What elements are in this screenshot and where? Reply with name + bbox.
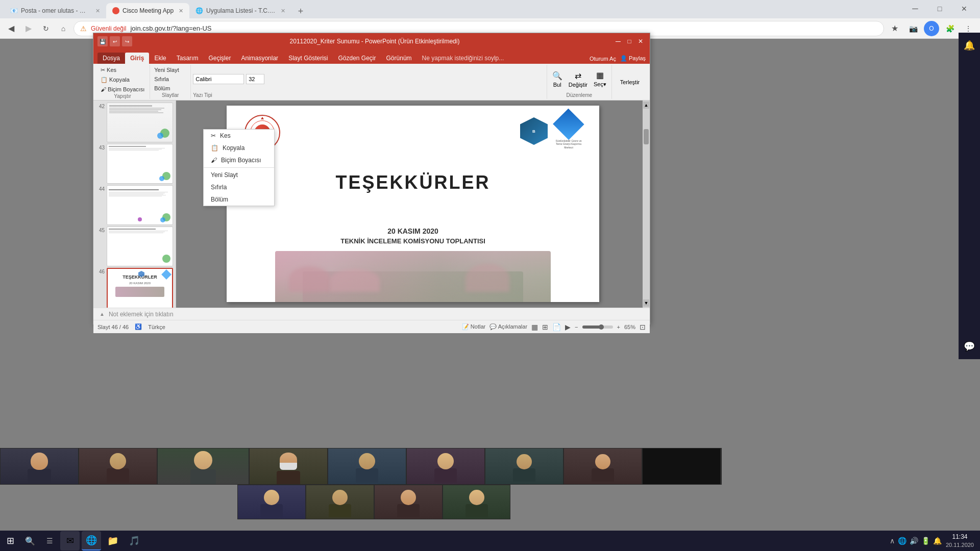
tab-giris[interactable]: Giriş [125,53,149,64]
font-name-input[interactable]: Calibri [193,74,244,84]
maximize-button[interactable]: □ [928,1,951,16]
ppt-close-btn[interactable]: ✕ [635,36,646,46]
paylas-btn[interactable]: 👤 Paylaş [620,55,646,62]
slide-img-45[interactable] [107,227,173,266]
context-kes[interactable]: ✂ Kes [204,130,274,142]
slide-thumb-46[interactable]: 46 TEŞEKKÜRLER 20 KASIM 2020 [95,268,174,308]
view-grid[interactable]: ⊞ [542,323,548,331]
context-bolum[interactable]: Bölüm [204,193,274,206]
context-sifirla[interactable]: Sıfırla [204,181,274,193]
degistir-btn[interactable]: ⇄Değiştir [567,70,590,89]
notes-btn[interactable]: 📝 Notlar [462,323,485,330]
ppt-save-btn[interactable]: 💾 [97,36,108,46]
terlestir-btn[interactable]: Terleştir [620,79,640,85]
context-bicim[interactable]: 🖌 Biçim Boyacısı [204,154,274,166]
tab-ekle[interactable]: Ekle [149,53,171,64]
taskbar-outlook-icon[interactable]: ✉ [60,531,80,550]
slide-img-43[interactable] [107,144,173,184]
tab-gozden-gecir[interactable]: Gözden Geçir [333,53,381,64]
accessibility-icon[interactable]: ♿ [135,323,142,330]
scroll-thumb[interactable] [644,129,649,144]
notes-scroll-btn[interactable]: ▲ [100,311,105,317]
view-reading[interactable]: 📄 [552,323,561,331]
ppt-redo-btn[interactable]: ↪ [122,36,132,46]
tab-outlook[interactable]: 📧 Posta - omer ulutas - Outlook ✕ [4,3,106,18]
kopyala-btn[interactable]: 📋 Kopyala [99,76,146,84]
zoom-in-btn[interactable]: + [617,324,620,330]
ppt-minimize-btn[interactable]: ─ [613,36,623,46]
kes-btn[interactable]: ✂ Kes [99,66,146,74]
reload-button[interactable]: ↻ [39,21,53,36]
systray-sound[interactable]: 🔊 [910,537,918,545]
notification-center[interactable]: 🔔 [933,537,942,545]
back-button[interactable]: ◀ [4,21,18,36]
font-size-input[interactable]: 32 [246,74,264,84]
slide-scrollbar[interactable]: ▲ ▼ [643,101,650,308]
slide-thumb-42[interactable]: 42 [95,103,174,142]
bolum-btn[interactable]: Bölüm [153,84,187,92]
taskbar-media-icon[interactable]: 🎵 [125,531,144,550]
scroll-up-btn[interactable]: ▲ [643,102,649,109]
taskbar-clock[interactable]: 11:34 20.11.2020 [946,533,974,548]
tab-animasyonlar[interactable]: Animasyonlar [236,53,283,64]
comments-btn[interactable]: 💬 Açıklamalar [489,323,527,330]
ppt-undo-btn[interactable]: ↩ [110,36,120,46]
ppt-restore-btn[interactable]: □ [624,36,634,46]
cisco-chat-btn[interactable]: 💬 [961,338,978,355]
yeni-slayt-btn[interactable]: Yeni Slayt [153,66,187,74]
profile-button[interactable]: O [924,21,939,36]
sifirla-btn[interactable]: Sıfırla [153,75,187,83]
oturum-ac-btn[interactable]: Oturum Aç [590,56,616,62]
yazı-tipi-label: Yazı Tipi [193,92,545,98]
extensions-button[interactable]: 🧩 [942,21,958,36]
slide-thumb-43[interactable]: 43 [95,144,174,184]
view-normal[interactable]: ▦ [531,323,538,331]
close-button[interactable]: ✕ [952,1,976,16]
tab-slayt-gosterisi[interactable]: Slayt Gösterisi [283,53,333,64]
context-kopyala[interactable]: 📋 Kopyala [204,142,274,154]
start-button[interactable]: ⊞ [0,531,20,551]
zoom-slider[interactable] [582,325,613,329]
slide-img-44[interactable] [107,185,173,225]
view-slide-show[interactable]: ▶ [565,323,571,331]
slide-thumb-45[interactable]: 45 [95,227,174,266]
notes-placeholder[interactable]: Not eklemek için tıklatın [109,311,174,318]
bicim-boyacisi-btn[interactable]: 🖌 Biçim Boyacısı [99,85,146,93]
tab-dosya[interactable]: Dosya [97,53,125,64]
sec-btn[interactable]: ▦Seç▾ [592,69,608,89]
bookmark-button[interactable]: ★ [887,21,902,36]
bul-btn[interactable]: 🔍Bul [550,70,565,89]
minimize-button[interactable]: ─ [903,1,927,16]
taskbar: ⊞ 🔍 ☰ ✉ 🌐 📁 🎵 ∧ 🌐 🔊 🔋 🔔 11:34 20.11.2020 [0,531,980,551]
tab-uyg-close[interactable]: ✕ [281,8,285,14]
camera-button[interactable]: 📷 [905,21,921,36]
tab-cisco[interactable]: Cisco Meeting App ✕ [106,3,189,18]
tab-gorunum[interactable]: Görünüm [381,53,417,64]
tab-uyg[interactable]: 🌐 Uygulama Listesi - T.C. Çevre ve... ✕ [189,3,291,18]
forward-button[interactable]: ▶ [21,21,36,36]
slide-img-46[interactable]: TEŞEKKÜRLER 20 KASIM 2020 [107,268,173,308]
zoom-out-btn[interactable]: − [575,324,578,330]
tab-tasarim[interactable]: Tasarım [172,53,204,64]
home-button[interactable]: ⌂ [56,21,70,36]
tab-cisco-close[interactable]: ✕ [179,8,183,14]
slide-img-42[interactable] [107,103,173,142]
video-cell-8 [564,448,642,485]
search-button[interactable]: 🔍 [20,531,40,550]
scroll-down-btn[interactable]: ▼ [643,299,649,307]
slide-thumb-44[interactable]: 44 [95,185,174,225]
taskbar-explorer-icon[interactable]: 📁 [103,531,122,550]
tab-help[interactable]: Ne yapmak istediğinizi soylp... [417,53,509,64]
fit-window-btn[interactable]: ⊡ [640,323,646,331]
context-yeni-slayt[interactable]: Yeni Slayt [204,169,274,181]
taskview-button[interactable]: ☰ [40,531,59,550]
new-tab-button[interactable]: + [293,4,308,18]
ppt-notes-bar[interactable]: ▲ Not eklemek için tıklatın [93,308,650,320]
systray-network[interactable]: 🌐 [898,537,906,545]
taskbar-chrome-icon[interactable]: 🌐 [82,531,101,550]
systray-arrow[interactable]: ∧ [890,537,895,545]
cisco-notification-btn[interactable]: 🔔 [961,37,978,54]
slide-canvas[interactable]: 🇹🇷 B Sürdürülebilir Çevre veTemiz Enerj [227,106,599,302]
tab-gecisler[interactable]: Geçişler [203,53,236,64]
tab-outlook-close[interactable]: ✕ [95,8,100,14]
